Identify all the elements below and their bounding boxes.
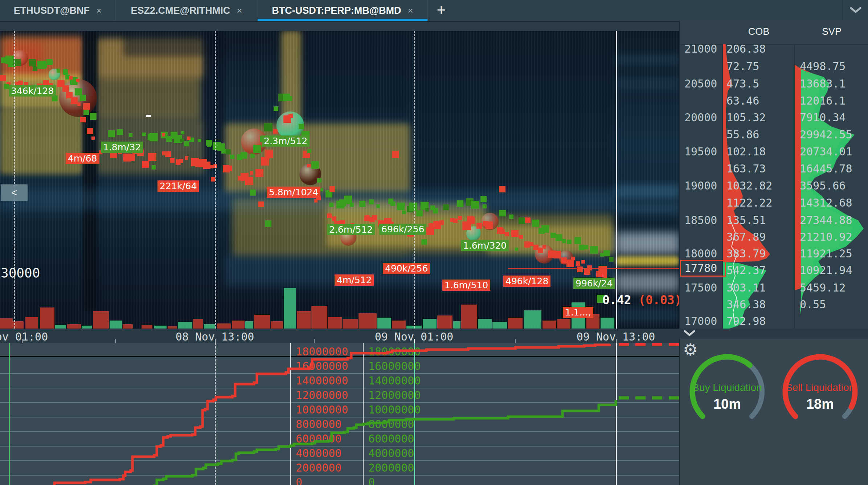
tab-close-icon[interactable]: × (96, 5, 102, 16)
cob-value: 163.73 (726, 162, 766, 175)
svp-value: 13683.1 (800, 77, 846, 90)
cob-value: 346.38 (726, 298, 766, 311)
cob-value: 102.18 (726, 145, 766, 158)
cob-value: 206.38 (726, 44, 766, 55)
buy-liquidation-value: 10m (691, 396, 763, 412)
price-axis-label: 17500 (684, 281, 717, 294)
bubble-labels: 346k/1281.8m/324m/68221k/642.3m/5125.8m/… (0, 31, 679, 329)
current-price-label: 17780 (680, 260, 726, 277)
bubble-label: 996k/24 (573, 278, 615, 289)
trading-app: ETHUSDT@BNF×ESZ2.CME@RITHMIC×BTC-USDT:PE… (0, 0, 868, 485)
svp-value: 12016.1 (800, 94, 846, 107)
tab-btc-usdt-perp-mb-bmd[interactable]: BTC-USDT:PERP:MB@BMD× (258, 0, 428, 21)
cob-value: 367.89 (726, 231, 766, 243)
chevron-down-icon (684, 330, 695, 337)
price-axis-label: 18000 (684, 247, 717, 260)
tab-label: ESZ2.CME@RITHMIC (131, 5, 230, 16)
last-trade-marker: 0.42 (0.03) (602, 293, 679, 307)
cob-value: 542.37 (726, 264, 766, 277)
cob-value: 105.32 (726, 111, 766, 124)
cob-value: 55.86 (726, 128, 759, 141)
cob-value: 135.51 (726, 214, 766, 227)
buy-liquidation-label: Buy Liquidation (691, 382, 763, 394)
price-axis-label: 19000 (684, 179, 717, 192)
tab-list-chevron-button[interactable] (843, 0, 868, 20)
buy-cvd-line (0, 400, 616, 485)
time-axis-label: ov 01:00 (0, 330, 62, 343)
depth-columns: 2100020500200001950019000185001800017500… (680, 44, 868, 329)
svp-value: 29942.55 (800, 128, 852, 141)
svp-value: 10921.94 (800, 264, 852, 277)
bubble-label: 490k/256 (383, 263, 430, 274)
svp-value: 27344.88 (800, 214, 852, 227)
collapse-panel-button[interactable]: < (1, 184, 28, 201)
panel-collapse-row (679, 329, 868, 339)
bubble-label: 2.6m/512 (327, 224, 375, 235)
price-axis-label: 21000 (684, 44, 717, 55)
bubble-label: 1.6m/320 (461, 240, 509, 251)
collapse-left-icon: < (11, 187, 17, 199)
tab-label: ETHUSDT@BNF (14, 5, 90, 16)
svp-value: 5459.12 (800, 281, 846, 294)
last-trade-change: (0.03) (638, 293, 679, 307)
bubble-label: 496k/128 (503, 276, 550, 287)
bubble-label: 1.6m/510 (442, 280, 490, 291)
cvd-lines (0, 343, 679, 485)
svp-value: 3595.66 (800, 179, 846, 192)
tab-ethusdt-bnf[interactable]: ETHUSDT@BNF× (0, 0, 116, 21)
price-axis-label: 20500 (684, 77, 717, 90)
cob-value: 1122.22 (726, 196, 772, 209)
cob-svp-divider (794, 44, 795, 329)
svp-value: 11921.25 (800, 247, 852, 260)
column-headers: COB SVP (680, 21, 868, 45)
svp-value: 7910.34 (800, 111, 846, 124)
liquidation-gauges (680, 339, 868, 485)
bubble-label: 696k/256 (379, 224, 426, 235)
time-axis[interactable]: ov 01:0008 Nov 13:0009 Nov 01:0009 Nov 1… (0, 329, 679, 343)
svp-value: 4498.75 (800, 60, 846, 73)
svp-value: 14312.68 (800, 196, 852, 209)
price-axis-label: 17000 (684, 315, 717, 327)
bubble-label: 221k/64 (157, 180, 199, 192)
cob-value: 1032.82 (726, 179, 772, 192)
svp-value: 0.55 (800, 298, 826, 311)
svp-value: 21210.92 (800, 231, 852, 243)
bubble-label: 2.3m/512 (262, 135, 310, 147)
bubble-label: 1.8m/32 (101, 142, 143, 153)
active-tab-underline (258, 19, 427, 21)
cvd-pane[interactable]: 1800000016000000140000001200000010000000… (0, 343, 679, 485)
bubble-label: 5.8m/1024 (267, 187, 320, 198)
chevron-down-icon (849, 7, 862, 13)
sell-liquidation-value: 18m (784, 396, 856, 412)
cob-value: 792.98 (726, 315, 766, 327)
tab-close-icon[interactable]: × (237, 5, 242, 16)
tab-close-icon[interactable]: × (408, 5, 413, 16)
price-axis-label: 18500 (684, 214, 717, 227)
svp-value: 20734.01 (800, 145, 852, 158)
sell-cvd-line (0, 344, 610, 485)
cob-value: 473.5 (726, 77, 759, 90)
last-trade-size: 0.42 (602, 293, 631, 307)
left-scale-label: 30000 (1, 265, 40, 280)
bubble-label: 4m/68 (66, 153, 99, 164)
heatmap-chart[interactable]: 346k/1281.8m/324m/68221k/642.3m/5125.8m/… (0, 31, 679, 329)
price-cob-divider (722, 44, 723, 329)
svp-header[interactable]: SVP (795, 26, 868, 37)
sell-liquidation-label: Sell Liquidation (784, 382, 856, 394)
cob-value: 72.75 (726, 60, 759, 73)
liquidation-panel: ⚙ Buy Liquidation 10m Sell Liquidation 1… (679, 339, 868, 485)
cob-value: 383.79 (726, 247, 766, 260)
panel-chevron-button[interactable] (684, 330, 695, 338)
cob-value: 63.46 (726, 94, 759, 107)
tab-bar: ETHUSDT@BNF×ESZ2.CME@RITHMIC×BTC-USDT:PE… (0, 0, 868, 22)
cob-header[interactable]: COB (723, 26, 795, 37)
cob-value: 303.11 (726, 281, 766, 294)
price-axis-label: 19500 (684, 145, 717, 158)
bubble-label: 346k/128 (9, 85, 56, 97)
bubble-label: 4m/512 (335, 274, 374, 286)
tab-label: BTC-USDT:PERP:MB@BMD (272, 5, 401, 16)
tab-esz2-cme-rithmic[interactable]: ESZ2.CME@RITHMIC× (115, 0, 258, 21)
price-axis-label: 20000 (684, 111, 717, 124)
bubble-label: 1.1..., (563, 307, 593, 318)
add-tab-button[interactable]: + (430, 0, 453, 20)
